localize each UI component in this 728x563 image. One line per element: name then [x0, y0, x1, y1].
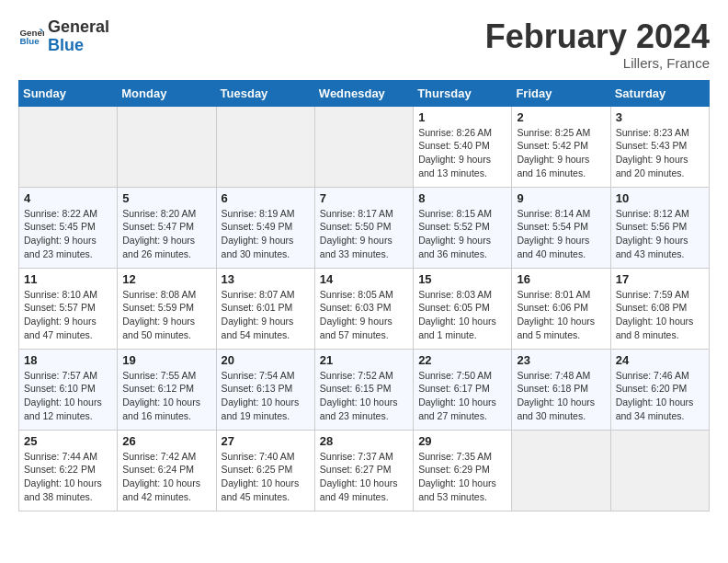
calendar-cell: 17Sunrise: 7:59 AM Sunset: 6:08 PM Dayli… — [610, 268, 709, 349]
day-number: 22 — [418, 353, 506, 367]
logo-general: General — [48, 18, 109, 37]
day-info: Sunrise: 8:15 AM Sunset: 5:52 PM Dayligh… — [418, 207, 506, 261]
day-info: Sunrise: 7:50 AM Sunset: 6:17 PM Dayligh… — [418, 369, 506, 423]
location-label: Lillers, France — [485, 55, 710, 71]
calendar-cell: 14Sunrise: 8:05 AM Sunset: 6:03 PM Dayli… — [314, 268, 413, 349]
day-info: Sunrise: 7:54 AM Sunset: 6:13 PM Dayligh… — [222, 369, 310, 423]
calendar-cell: 12Sunrise: 8:08 AM Sunset: 5:59 PM Dayli… — [118, 268, 216, 349]
day-number: 5 — [122, 191, 210, 205]
weekday-header-row: SundayMondayTuesdayWednesdayThursdayFrid… — [19, 80, 710, 106]
day-number: 11 — [24, 272, 112, 286]
svg-text:Blue: Blue — [19, 36, 40, 46]
day-info: Sunrise: 7:57 AM Sunset: 6:10 PM Dayligh… — [24, 369, 112, 423]
weekday-header-saturday: Saturday — [610, 80, 709, 106]
day-number: 23 — [517, 353, 605, 367]
day-number: 28 — [320, 434, 408, 448]
day-number: 9 — [517, 191, 605, 205]
day-number: 6 — [222, 191, 310, 205]
day-info: Sunrise: 7:59 AM Sunset: 6:08 PM Dayligh… — [616, 288, 704, 342]
day-info: Sunrise: 7:40 AM Sunset: 6:25 PM Dayligh… — [222, 450, 310, 504]
calendar-week-row: 11Sunrise: 8:10 AM Sunset: 5:57 PM Dayli… — [19, 268, 710, 349]
day-info: Sunrise: 8:12 AM Sunset: 5:56 PM Dayligh… — [616, 207, 704, 261]
calendar-cell: 10Sunrise: 8:12 AM Sunset: 5:56 PM Dayli… — [610, 187, 709, 268]
day-info: Sunrise: 8:01 AM Sunset: 6:06 PM Dayligh… — [517, 288, 605, 342]
calendar-week-row: 1Sunrise: 8:26 AM Sunset: 5:40 PM Daylig… — [19, 106, 710, 187]
day-number: 15 — [418, 272, 506, 286]
calendar-cell — [512, 430, 610, 511]
calendar-cell: 6Sunrise: 8:19 AM Sunset: 5:49 PM Daylig… — [216, 187, 314, 268]
day-number: 24 — [616, 353, 704, 367]
calendar-cell — [118, 106, 216, 187]
calendar-cell: 23Sunrise: 7:48 AM Sunset: 6:18 PM Dayli… — [512, 349, 610, 430]
calendar-cell: 1Sunrise: 8:26 AM Sunset: 5:40 PM Daylig… — [414, 106, 512, 187]
logo-icon: General Blue — [18, 24, 44, 50]
day-info: Sunrise: 7:42 AM Sunset: 6:24 PM Dayligh… — [122, 450, 210, 504]
day-number: 14 — [320, 272, 408, 286]
day-number: 16 — [517, 272, 605, 286]
day-info: Sunrise: 7:48 AM Sunset: 6:18 PM Dayligh… — [517, 369, 605, 423]
calendar-week-row: 4Sunrise: 8:22 AM Sunset: 5:45 PM Daylig… — [19, 187, 710, 268]
calendar-cell: 3Sunrise: 8:23 AM Sunset: 5:43 PM Daylig… — [610, 106, 709, 187]
calendar-cell: 13Sunrise: 8:07 AM Sunset: 6:01 PM Dayli… — [216, 268, 314, 349]
day-number: 1 — [418, 110, 506, 124]
day-number: 26 — [122, 434, 210, 448]
day-info: Sunrise: 8:26 AM Sunset: 5:40 PM Dayligh… — [418, 126, 506, 180]
day-info: Sunrise: 8:03 AM Sunset: 6:05 PM Dayligh… — [418, 288, 506, 342]
calendar-cell — [314, 106, 413, 187]
calendar-cell: 22Sunrise: 7:50 AM Sunset: 6:17 PM Dayli… — [414, 349, 512, 430]
day-info: Sunrise: 7:44 AM Sunset: 6:22 PM Dayligh… — [24, 450, 112, 504]
day-info: Sunrise: 8:20 AM Sunset: 5:47 PM Dayligh… — [122, 207, 210, 261]
calendar-cell: 8Sunrise: 8:15 AM Sunset: 5:52 PM Daylig… — [414, 187, 512, 268]
day-info: Sunrise: 8:23 AM Sunset: 5:43 PM Dayligh… — [616, 126, 704, 180]
day-info: Sunrise: 7:35 AM Sunset: 6:29 PM Dayligh… — [418, 450, 506, 504]
calendar-cell: 26Sunrise: 7:42 AM Sunset: 6:24 PM Dayli… — [118, 430, 216, 511]
day-info: Sunrise: 8:05 AM Sunset: 6:03 PM Dayligh… — [320, 288, 408, 342]
day-info: Sunrise: 8:14 AM Sunset: 5:54 PM Dayligh… — [517, 207, 605, 261]
day-number: 17 — [616, 272, 704, 286]
weekday-header-friday: Friday — [512, 80, 610, 106]
calendar-cell: 24Sunrise: 7:46 AM Sunset: 6:20 PM Dayli… — [610, 349, 709, 430]
weekday-header-monday: Monday — [118, 80, 216, 106]
day-info: Sunrise: 7:52 AM Sunset: 6:15 PM Dayligh… — [320, 369, 408, 423]
day-number: 27 — [222, 434, 310, 448]
weekday-header-tuesday: Tuesday — [216, 80, 314, 106]
calendar-cell: 4Sunrise: 8:22 AM Sunset: 5:45 PM Daylig… — [19, 187, 118, 268]
day-info: Sunrise: 8:08 AM Sunset: 5:59 PM Dayligh… — [122, 288, 210, 342]
month-year-title: February 2024 — [485, 18, 710, 55]
day-number: 25 — [24, 434, 112, 448]
calendar-cell: 16Sunrise: 8:01 AM Sunset: 6:06 PM Dayli… — [512, 268, 610, 349]
day-number: 12 — [122, 272, 210, 286]
calendar-cell: 19Sunrise: 7:55 AM Sunset: 6:12 PM Dayli… — [118, 349, 216, 430]
day-info: Sunrise: 7:37 AM Sunset: 6:27 PM Dayligh… — [320, 450, 408, 504]
day-number: 19 — [122, 353, 210, 367]
day-number: 13 — [222, 272, 310, 286]
calendar-cell: 18Sunrise: 7:57 AM Sunset: 6:10 PM Dayli… — [19, 349, 118, 430]
weekday-header-wednesday: Wednesday — [314, 80, 413, 106]
calendar-week-row: 25Sunrise: 7:44 AM Sunset: 6:22 PM Dayli… — [19, 430, 710, 511]
calendar-cell: 27Sunrise: 7:40 AM Sunset: 6:25 PM Dayli… — [216, 430, 314, 511]
day-number: 21 — [320, 353, 408, 367]
day-info: Sunrise: 8:19 AM Sunset: 5:49 PM Dayligh… — [222, 207, 310, 261]
page-header: General Blue General Blue February 2024 … — [18, 18, 710, 71]
calendar-cell: 15Sunrise: 8:03 AM Sunset: 6:05 PM Dayli… — [414, 268, 512, 349]
calendar-table: SundayMondayTuesdayWednesdayThursdayFrid… — [18, 80, 710, 511]
weekday-header-thursday: Thursday — [414, 80, 512, 106]
day-info: Sunrise: 8:07 AM Sunset: 6:01 PM Dayligh… — [222, 288, 310, 342]
day-number: 20 — [222, 353, 310, 367]
calendar-cell: 25Sunrise: 7:44 AM Sunset: 6:22 PM Dayli… — [19, 430, 118, 511]
calendar-cell: 7Sunrise: 8:17 AM Sunset: 5:50 PM Daylig… — [314, 187, 413, 268]
day-number: 18 — [24, 353, 112, 367]
calendar-cell — [19, 106, 118, 187]
title-block: February 2024 Lillers, France — [485, 18, 710, 71]
calendar-cell: 5Sunrise: 8:20 AM Sunset: 5:47 PM Daylig… — [118, 187, 216, 268]
calendar-cell: 21Sunrise: 7:52 AM Sunset: 6:15 PM Dayli… — [314, 349, 413, 430]
calendar-cell: 28Sunrise: 7:37 AM Sunset: 6:27 PM Dayli… — [314, 430, 413, 511]
day-info: Sunrise: 8:10 AM Sunset: 5:57 PM Dayligh… — [24, 288, 112, 342]
day-info: Sunrise: 8:25 AM Sunset: 5:42 PM Dayligh… — [517, 126, 605, 180]
weekday-header-sunday: Sunday — [19, 80, 118, 106]
calendar-header: SundayMondayTuesdayWednesdayThursdayFrid… — [19, 80, 710, 106]
day-number: 2 — [517, 110, 605, 124]
calendar-cell: 29Sunrise: 7:35 AM Sunset: 6:29 PM Dayli… — [414, 430, 512, 511]
day-number: 8 — [418, 191, 506, 205]
calendar-cell — [216, 106, 314, 187]
